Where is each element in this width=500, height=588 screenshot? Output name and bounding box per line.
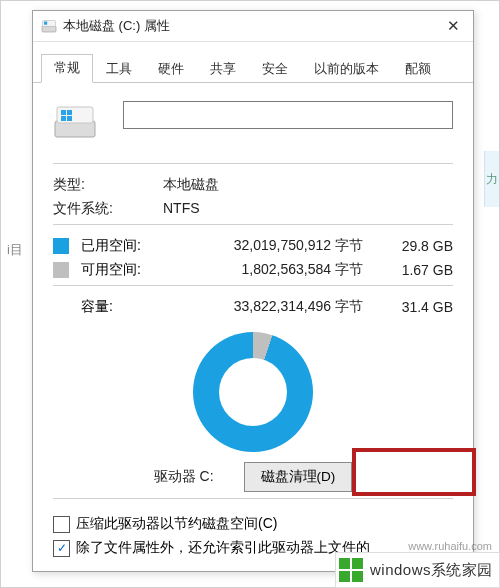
svg-rect-7 [61, 116, 66, 121]
tab-body-general: 类型: 本地磁盘 文件系统: NTFS 已用空间: 32,019,750,912… [33, 83, 473, 573]
capacity-label: 容量: [81, 298, 161, 316]
window-title: 本地磁盘 (C:) 属性 [63, 17, 433, 35]
stray-right-panel: 力 [484, 151, 499, 207]
type-value: 本地磁盘 [163, 176, 219, 194]
index-label: 除了文件属性外，还允许索引此驱动器上文件的 [76, 539, 370, 557]
used-bytes: 32,019,750,912 字节 [161, 237, 383, 255]
drive-label: 驱动器 C: [154, 468, 214, 486]
used-label: 已用空间: [81, 237, 161, 255]
drive-icon [41, 18, 57, 34]
tab-general[interactable]: 常规 [41, 54, 93, 83]
separator [53, 285, 453, 286]
disk-cleanup-button[interactable]: 磁盘清理(D) [244, 462, 353, 492]
svg-rect-0 [42, 26, 56, 32]
tab-tools[interactable]: 工具 [93, 55, 145, 83]
close-button[interactable]: ✕ [433, 11, 473, 41]
watermark-text: windows系统家园 [370, 561, 493, 580]
index-checkbox[interactable]: ✓ [53, 540, 70, 557]
capacity-bytes: 33,822,314,496 字节 [161, 298, 383, 316]
tabstrip: 常规 工具 硬件 共享 安全 以前的版本 配额 [33, 42, 473, 83]
svg-rect-6 [67, 110, 72, 115]
properties-dialog: 本地磁盘 (C:) 属性 ✕ 常规 工具 硬件 共享 安全 以前的版本 配额 [32, 10, 474, 572]
separator [53, 224, 453, 225]
free-bytes: 1,802,563,584 字节 [161, 261, 383, 279]
tab-hardware[interactable]: 硬件 [145, 55, 197, 83]
compress-checkbox[interactable] [53, 516, 70, 533]
svg-rect-2 [44, 22, 47, 25]
separator [53, 498, 453, 499]
compress-label: 压缩此驱动器以节约磁盘空间(C) [76, 515, 277, 533]
tab-security[interactable]: 安全 [249, 55, 301, 83]
svg-rect-8 [67, 116, 72, 121]
free-gb: 1.67 GB [383, 262, 453, 278]
stray-left-text: i目 [7, 241, 23, 259]
free-label: 可用空间: [81, 261, 161, 279]
tab-previous[interactable]: 以前的版本 [301, 55, 392, 83]
svg-rect-5 [61, 110, 66, 115]
type-label: 类型: [53, 176, 163, 194]
watermark-url: www.ruhaifu.com [408, 540, 492, 552]
filesystem-value: NTFS [163, 200, 200, 218]
drive-large-icon [53, 101, 97, 141]
separator [53, 163, 453, 164]
windows-logo-icon [336, 555, 366, 585]
filesystem-label: 文件系统: [53, 200, 163, 218]
used-swatch [53, 238, 69, 254]
capacity-gb: 31.4 GB [383, 299, 453, 315]
tab-sharing[interactable]: 共享 [197, 55, 249, 83]
free-swatch [53, 262, 69, 278]
volume-name-input[interactable] [123, 101, 453, 129]
usage-donut-chart [193, 332, 313, 452]
titlebar[interactable]: 本地磁盘 (C:) 属性 ✕ [33, 11, 473, 42]
used-gb: 29.8 GB [383, 238, 453, 254]
watermark: windows系统家园 [335, 552, 500, 588]
tab-quota[interactable]: 配额 [392, 55, 444, 83]
